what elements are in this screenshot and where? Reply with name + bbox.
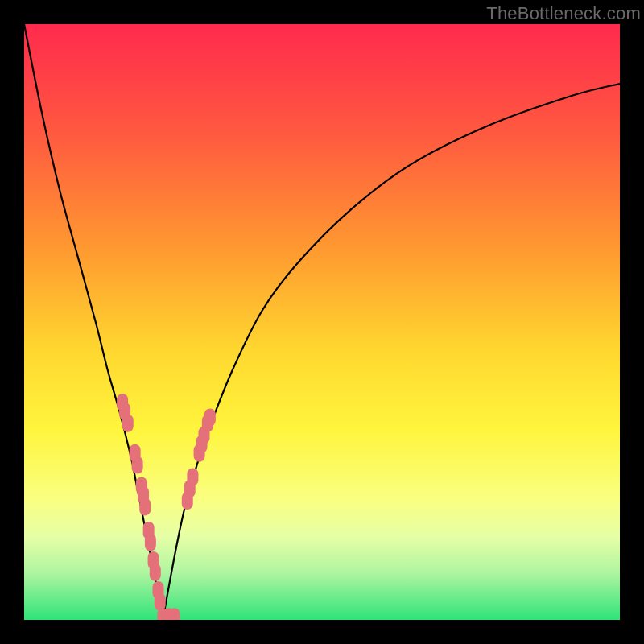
curve-marker — [168, 608, 180, 620]
curve-marker — [132, 456, 143, 474]
curve-right — [163, 84, 620, 620]
plot-area — [24, 24, 620, 620]
curve-left — [24, 24, 163, 620]
watermark-label: TheBottleneck.com — [486, 3, 641, 24]
chart-frame: TheBottleneck.com — [0, 0, 644, 644]
curve-marker — [150, 564, 161, 581]
curve-marker — [122, 415, 134, 432]
curve-marker — [139, 497, 151, 515]
bottleneck-curve-chart — [24, 24, 620, 620]
curve-marker — [187, 468, 198, 485]
curve-marker — [145, 534, 156, 551]
curve-marker — [204, 408, 216, 426]
curve-markers — [117, 394, 216, 620]
